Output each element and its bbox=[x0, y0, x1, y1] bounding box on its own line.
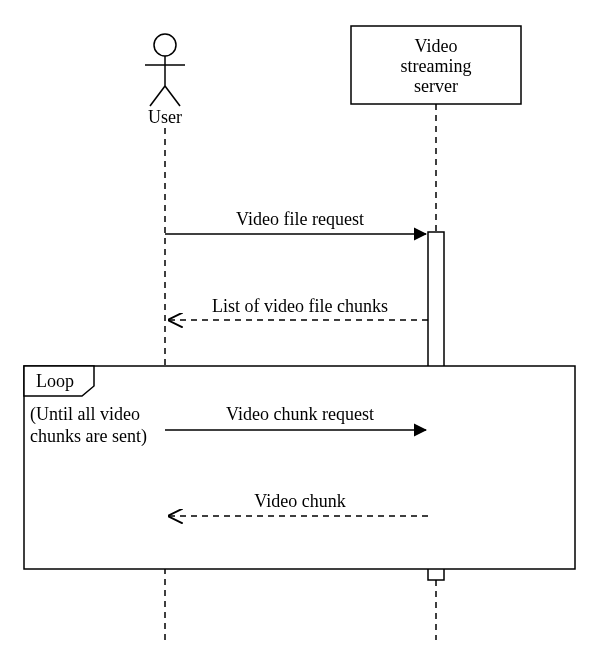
actor-user-label: User bbox=[148, 107, 182, 127]
participant-server: Video streaming server bbox=[351, 26, 521, 104]
loop-frame bbox=[24, 366, 575, 569]
loop-guard-line1: (Until all video bbox=[30, 404, 140, 425]
message-list-chunks-label: List of video file chunks bbox=[212, 296, 388, 316]
message-chunk-request-label: Video chunk request bbox=[226, 404, 374, 424]
sequence-diagram: User Video streaming server Video file r… bbox=[0, 0, 600, 647]
loop-title: Loop bbox=[36, 371, 74, 391]
user-leg-left-icon bbox=[150, 86, 165, 106]
server-label-line1: Video bbox=[415, 36, 458, 56]
message-video-chunk-label: Video chunk bbox=[254, 491, 345, 511]
message-video-file-request-label: Video file request bbox=[236, 209, 364, 229]
server-label-line2: streaming bbox=[401, 56, 472, 76]
actor-user: User bbox=[145, 34, 185, 127]
user-leg-right-icon bbox=[165, 86, 180, 106]
server-label-line3: server bbox=[414, 76, 458, 96]
loop-fragment: Loop (Until all video chunks are sent) bbox=[24, 366, 575, 569]
loop-guard-line2: chunks are sent) bbox=[30, 426, 147, 447]
user-head-icon bbox=[154, 34, 176, 56]
